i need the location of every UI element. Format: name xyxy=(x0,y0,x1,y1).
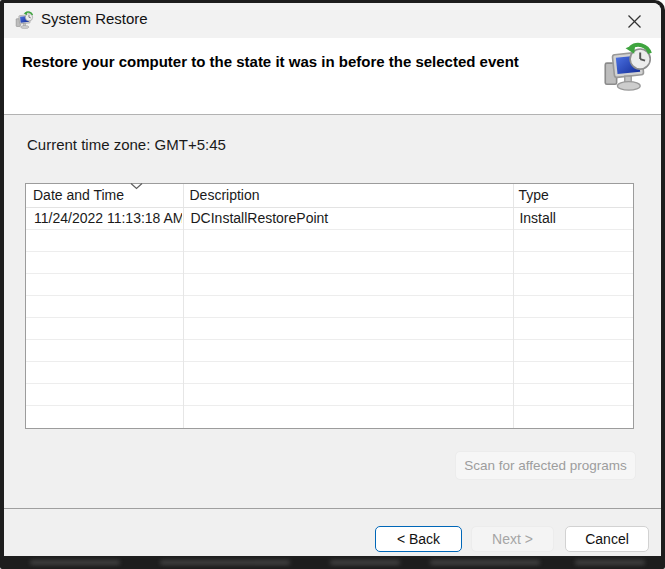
system-restore-icon xyxy=(15,11,34,30)
timezone-label: Current time zone: GMT+5:45 xyxy=(27,136,226,153)
table-cell xyxy=(511,296,633,317)
table-row-empty xyxy=(26,252,633,274)
table-cell xyxy=(182,318,511,339)
column-header-type[interactable]: Type xyxy=(511,184,633,207)
table-cell xyxy=(182,296,511,317)
table-cell xyxy=(182,406,511,428)
table-row-empty xyxy=(26,318,633,340)
column-header-date-and-time[interactable]: Date and Time xyxy=(26,184,182,207)
next-button[interactable]: Next > xyxy=(471,526,554,552)
table-cell xyxy=(26,318,182,339)
table-cell: Install xyxy=(511,208,633,229)
table-cell xyxy=(511,230,633,251)
table-cell xyxy=(511,384,633,405)
restore-points-table: Date and TimeDescriptionType 11/24/2022 … xyxy=(25,183,634,429)
table-cell xyxy=(511,340,633,361)
table-row[interactable]: 11/24/2022 11:13:18 AMDCInstallRestorePo… xyxy=(26,208,633,230)
close-button[interactable] xyxy=(622,9,646,33)
table-row-empty xyxy=(26,274,633,296)
back-button[interactable]: < Back xyxy=(375,526,462,552)
table-row-empty xyxy=(26,384,633,406)
table-cell xyxy=(182,230,511,251)
table-cell xyxy=(26,362,182,383)
table-cell xyxy=(182,252,511,273)
table-header: Date and TimeDescriptionType xyxy=(26,184,633,208)
cancel-button[interactable]: Cancel xyxy=(565,526,649,552)
table-cell: 11/24/2022 11:13:18 AM xyxy=(26,208,182,229)
table-row-empty xyxy=(26,296,633,318)
table-cell xyxy=(182,384,511,405)
column-separator xyxy=(183,184,184,428)
table-cell xyxy=(182,362,511,383)
system-restore-window: System Restore Restore your computer to … xyxy=(0,0,665,569)
table-row-empty xyxy=(26,340,633,362)
table-body: 11/24/2022 11:13:18 AMDCInstallRestorePo… xyxy=(26,208,633,428)
column-separator xyxy=(513,184,514,428)
table-cell xyxy=(26,406,182,428)
table-cell xyxy=(511,318,633,339)
table-cell xyxy=(511,406,633,428)
close-icon xyxy=(627,14,642,29)
system-restore-large-icon xyxy=(602,42,654,94)
header-panel: Restore your computer to the state it wa… xyxy=(4,38,661,115)
table-row-empty xyxy=(26,406,633,428)
table-cell xyxy=(511,362,633,383)
table-row-empty xyxy=(26,230,633,252)
table-cell xyxy=(26,252,182,273)
table-cell xyxy=(26,230,182,251)
table-cell xyxy=(26,340,182,361)
table-cell xyxy=(511,252,633,273)
chevron-down-icon xyxy=(129,182,144,190)
table-cell: DCInstallRestorePoint xyxy=(182,208,511,229)
titlebar: System Restore xyxy=(4,3,661,38)
button-bar-divider xyxy=(4,508,661,509)
bottom-band xyxy=(0,556,665,569)
table-cell xyxy=(26,274,182,295)
table-row-empty xyxy=(26,362,633,384)
table-cell xyxy=(26,296,182,317)
table-cell xyxy=(511,274,633,295)
page-heading: Restore your computer to the state it wa… xyxy=(22,53,519,70)
window-content: System Restore Restore your computer to … xyxy=(4,3,661,556)
window-title: System Restore xyxy=(41,10,148,27)
table-cell xyxy=(26,384,182,405)
scan-affected-programs-button[interactable]: Scan for affected programs xyxy=(455,451,636,480)
table-cell xyxy=(182,274,511,295)
table-cell xyxy=(182,340,511,361)
column-header-description[interactable]: Description xyxy=(182,184,511,207)
